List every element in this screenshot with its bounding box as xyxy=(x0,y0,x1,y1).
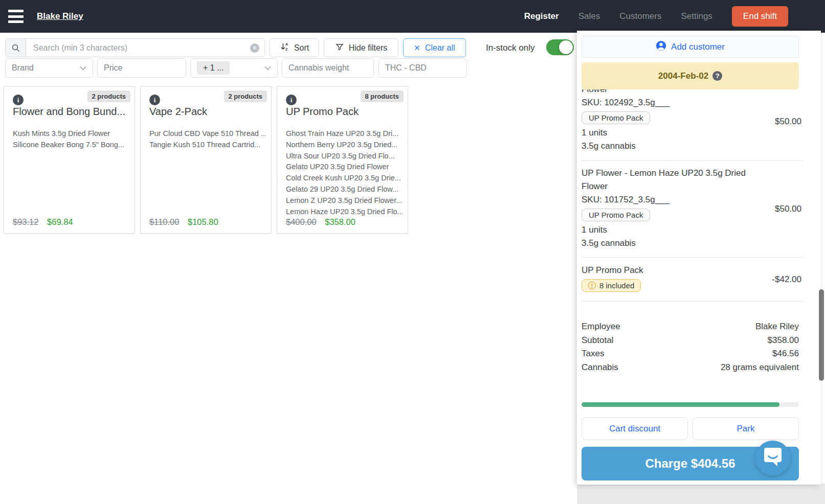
product-card[interactable]: i 2 products Flower and Bong Bund... Kus… xyxy=(4,86,135,234)
original-price: $110.00 xyxy=(149,217,179,226)
help-icon[interactable]: ? xyxy=(712,71,722,81)
filter-brand[interactable]: Brand xyxy=(5,58,93,78)
search-input[interactable] xyxy=(26,39,264,57)
sort-button[interactable]: AZ Sort xyxy=(270,38,319,57)
item-sku: SKU: 102492_3.5g___ xyxy=(582,96,755,109)
product-count-badge: 2 products xyxy=(224,90,267,102)
product-price: $400.00 $358.00 xyxy=(286,217,355,227)
item-weight: 3.5g cannabis xyxy=(582,237,755,250)
top-navbar: Blake Riley Register Sales Customers Set… xyxy=(0,0,825,33)
chat-icon xyxy=(764,448,782,469)
cart-item[interactable]: Flower SKU: 102492_3.5g___ UP Promo Pack… xyxy=(582,89,804,161)
hide-filters-button[interactable]: Hide filters xyxy=(324,38,398,57)
search-clear-icon[interactable]: ✕ xyxy=(250,43,259,53)
info-icon[interactable]: i xyxy=(13,95,24,105)
summary-row: Employee Blake Riley xyxy=(582,320,799,334)
in-stock-toggle[interactable] xyxy=(546,39,574,55)
park-button[interactable]: Park xyxy=(693,417,799,440)
product-contents: Ghost Train Haze UP20 3.5g Dri... Northe… xyxy=(286,128,403,217)
nav-sales[interactable]: Sales xyxy=(578,11,600,21)
cart-discount-button[interactable]: Cart discount xyxy=(582,417,688,440)
funnel-icon xyxy=(335,42,344,54)
navbar-links: Register Sales Customers Settings End sh… xyxy=(524,0,788,33)
product-title: Vape 2-Pack xyxy=(149,106,264,118)
product-count-badge: 8 products xyxy=(361,90,404,102)
nav-register[interactable]: Register xyxy=(524,11,559,21)
discounted-price: $358.00 xyxy=(325,217,355,226)
product-count-badge: 2 products xyxy=(87,90,130,102)
info-icon[interactable]: i xyxy=(149,95,160,105)
chevron-down-icon xyxy=(264,63,271,73)
pos-app: Blake Riley Register Sales Customers Set… xyxy=(0,0,825,504)
filter-price[interactable]: Price xyxy=(97,58,186,78)
product-contents: Kush Mints 3.5g Dried Flower Silicone Be… xyxy=(13,128,129,151)
included-badge: ! 8 included xyxy=(582,279,641,292)
hamburger-menu-icon[interactable] xyxy=(8,10,24,23)
add-customer-button[interactable]: Add customer xyxy=(582,36,799,58)
product-price: $93.12 $69.84 xyxy=(13,217,73,227)
discounted-price: $105.80 xyxy=(188,217,218,226)
original-price: $93.12 xyxy=(13,217,38,226)
info-icon[interactable]: i xyxy=(286,95,297,105)
promo-tag-chip: UP Promo Pack xyxy=(582,111,650,124)
selected-filter-chip: + 1 ... xyxy=(197,61,230,75)
cart-items-list: Flower SKU: 102492_3.5g___ UP Promo Pack… xyxy=(582,89,804,309)
item-weight: 3.5g cannabis xyxy=(582,140,755,153)
search-icon[interactable] xyxy=(6,39,26,57)
person-icon xyxy=(656,40,666,54)
item-sku: SKU: 101752_3.5g___ xyxy=(582,193,755,207)
item-quantity: 1 units xyxy=(582,223,755,237)
svg-text:Z: Z xyxy=(285,48,288,52)
clear-icon: ✕ xyxy=(414,43,420,53)
product-card[interactable]: i 8 products UP Promo Pack Ghost Train H… xyxy=(277,86,408,234)
cart-item-discount[interactable]: UP Promo Pack ! 8 included -$42.00 xyxy=(582,258,804,302)
warning-icon: ! xyxy=(588,282,596,289)
item-price: -$42.00 xyxy=(772,274,801,285)
discounted-price: $69.84 xyxy=(47,217,73,226)
nav-customers[interactable]: Customers xyxy=(619,11,661,21)
filter-cannabis-weight[interactable]: Cannabis weight xyxy=(282,58,374,78)
summary-row: Cannabis 28 grams equivalent xyxy=(582,361,799,375)
cart-actions: Cart discount Park xyxy=(582,417,799,440)
chevron-down-icon xyxy=(80,63,86,73)
product-title: Flower and Bong Bund... xyxy=(13,106,127,118)
scrollbar-thumb[interactable] xyxy=(819,289,824,381)
in-stock-only-label: In-stock only xyxy=(486,38,534,57)
product-title: UP Promo Pack xyxy=(286,106,400,118)
current-user-link[interactable]: Blake Riley xyxy=(37,11,83,21)
nav-settings[interactable]: Settings xyxy=(681,11,712,21)
product-card[interactable]: i 2 products Vape 2-Pack Pur Cloud CBD V… xyxy=(140,86,272,234)
clear-all-button[interactable]: ✕ Clear all xyxy=(403,38,466,57)
cannabis-limit-progress xyxy=(582,402,799,407)
promo-tag-chip: UP Promo Pack xyxy=(582,209,650,221)
item-price: $50.00 xyxy=(775,117,801,127)
cart-panel: Add customer 2004-Feb-02 ? Flower SKU: 1… xyxy=(577,31,821,485)
original-price: $400.00 xyxy=(286,217,317,226)
cart-item[interactable]: UP Flower - Lemon Haze UP20 3.5g Dried F… xyxy=(582,161,804,258)
product-price: $110.00 $105.80 xyxy=(149,217,218,227)
item-price: $50.00 xyxy=(775,204,801,214)
product-contents: Pur Cloud CBD Vape 510 Thread ... Tangie… xyxy=(149,128,266,151)
product-search: ✕ xyxy=(5,38,265,57)
summary-row: Taxes $46.56 xyxy=(582,347,799,361)
end-shift-button[interactable]: End shift xyxy=(732,6,788,27)
sale-date-banner: 2004-Feb-02 ? xyxy=(582,62,799,89)
sort-icon: AZ xyxy=(280,42,289,54)
cart-summary: Employee Blake Riley Subtotal $358.00 Ta… xyxy=(582,320,799,374)
chat-widget-button[interactable] xyxy=(755,441,790,475)
filter-more-selected[interactable]: + 1 ... xyxy=(190,58,278,78)
filter-thc-cbd[interactable]: THC - CBD xyxy=(378,58,467,78)
page-background xyxy=(577,484,825,504)
summary-row: Subtotal $358.00 xyxy=(582,334,799,348)
svg-text:A: A xyxy=(285,42,288,47)
item-quantity: 1 units xyxy=(582,126,755,140)
